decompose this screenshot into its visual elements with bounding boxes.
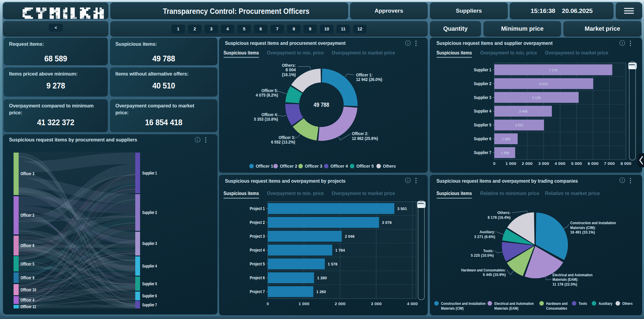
svg-text:8 178 (16.4%): 8 178 (16.4%) <box>488 215 511 220</box>
svg-text:Consumables: Consumables <box>546 306 567 311</box>
svg-text:7 170: 7 170 <box>549 68 558 72</box>
svg-text:1 000: 1 000 <box>505 161 516 166</box>
svg-text:Materials (CIM):: Materials (CIM): <box>570 225 596 230</box>
svg-text:8 004: 8 004 <box>286 67 296 72</box>
svg-text:2 046: 2 046 <box>345 234 355 239</box>
svg-text:Supplier 2: Supplier 2 <box>142 210 157 215</box>
svg-text:Officer 8: Officer 8 <box>20 243 34 248</box>
svg-text:Officer 1: Officer 1 <box>256 164 273 169</box>
svg-text:Officer 2:: Officer 2: <box>352 131 368 136</box>
svg-text:2 000: 2 000 <box>335 302 345 306</box>
svg-text:Project 1: Project 1 <box>250 206 265 211</box>
svg-text:Supplier 5: Supplier 5 <box>474 122 491 127</box>
svg-text:Supplier 4: Supplier 4 <box>474 108 492 113</box>
svg-text:Electrical and Automation: Electrical and Automation <box>552 273 592 277</box>
svg-text:3 021: 3 021 <box>515 123 524 127</box>
svg-text:Officer 2: Officer 2 <box>20 213 34 218</box>
svg-text:6 012: 6 012 <box>539 82 548 86</box>
svg-text:Officer 5: Officer 5 <box>20 262 34 266</box>
svg-text:1 784: 1 784 <box>335 248 345 252</box>
svg-text:1 280: 1 280 <box>317 276 327 280</box>
svg-text:5 126: 5 126 <box>532 96 541 100</box>
svg-text:Materials (CIM): Materials (CIM) <box>441 306 464 311</box>
svg-text:Hardware and: Hardware and <box>546 301 567 306</box>
svg-text:Officer 11: Officer 11 <box>20 304 36 309</box>
svg-text:5 000: 5 000 <box>571 161 582 166</box>
svg-text:3 000: 3 000 <box>538 161 549 166</box>
svg-text:5 225 (10.5%): 5 225 (10.5%) <box>471 253 494 258</box>
svg-text:Others:: Others: <box>497 210 511 215</box>
svg-text:5 353 (10.8%): 5 353 (10.8%) <box>254 117 278 122</box>
svg-text:Tools: Tools <box>579 301 587 306</box>
svg-text:Supplier 6: Supplier 6 <box>474 136 491 141</box>
svg-text:Officer 5: Officer 5 <box>356 164 374 169</box>
svg-text:7 000: 7 000 <box>604 161 615 166</box>
svg-text:Supplier 6: Supplier 6 <box>142 293 157 298</box>
svg-text:1 260: 1 260 <box>316 290 326 294</box>
svg-text:Materials (EAM):: Materials (EAM): <box>552 277 578 282</box>
svg-text:Officer 10: Officer 10 <box>20 287 36 292</box>
svg-text:3 000: 3 000 <box>371 302 382 306</box>
svg-text:Supplier 2: Supplier 2 <box>474 81 491 86</box>
svg-text:Officer 4:: Officer 4: <box>261 112 278 117</box>
svg-text:3 501: 3 501 <box>397 206 407 211</box>
svg-text:Others: Others <box>622 301 633 306</box>
svg-text:Others: Others <box>383 164 396 169</box>
svg-text:11 178 (22.5%): 11 178 (22.5%) <box>552 282 577 286</box>
svg-text:Officer 4: Officer 4 <box>330 164 348 169</box>
svg-text:(16.1%): (16.1%) <box>282 72 296 77</box>
svg-text:Supplier 3: Supplier 3 <box>474 95 491 100</box>
svg-text:3 271 (6.6%): 3 271 (6.6%) <box>474 234 495 239</box>
svg-text:Auxiliary:: Auxiliary: <box>480 230 495 234</box>
svg-text:Supplier 1: Supplier 1 <box>142 171 157 175</box>
svg-text:49 788: 49 788 <box>314 101 329 108</box>
svg-text:Materials (EAM): Materials (EAM) <box>494 306 518 311</box>
svg-text:Officer 2: Officer 2 <box>280 164 297 169</box>
svg-text:Construction and Installation: Construction and Installation <box>441 301 486 306</box>
svg-text:Officer 9: Officer 9 <box>20 275 34 280</box>
svg-text:Supplier 7: Supplier 7 <box>474 150 491 155</box>
svg-text:12 942 (26.0%): 12 942 (26.0%) <box>356 77 382 82</box>
svg-text:1 268: 1 268 <box>501 151 509 155</box>
svg-text:Project 5: Project 5 <box>250 261 265 266</box>
svg-text:4 000: 4 000 <box>407 302 418 306</box>
svg-text:4 000: 4 000 <box>555 161 565 166</box>
svg-text:8 000: 8 000 <box>621 161 631 166</box>
svg-text:Officer 5:: Officer 5: <box>261 88 278 93</box>
svg-text:Supplier 7: Supplier 7 <box>142 302 157 307</box>
svg-text:0: 0 <box>267 302 269 306</box>
svg-text:Project 4: Project 4 <box>250 247 265 252</box>
svg-text:Supplier 3: Supplier 3 <box>142 241 157 246</box>
svg-text:Officer 3: Officer 3 <box>305 164 322 169</box>
svg-text:5 445 (10.9%): 5 445 (10.9%) <box>483 272 506 277</box>
svg-text:2 000: 2 000 <box>522 161 533 166</box>
svg-text:Auxiliary: Auxiliary <box>599 301 613 306</box>
svg-text:Officer 4: Officer 4 <box>20 298 34 302</box>
svg-text:Project 6: Project 6 <box>250 275 265 280</box>
svg-text:12 862 (25.8%): 12 862 (25.8%) <box>352 136 378 141</box>
svg-text:Supplier 5: Supplier 5 <box>142 281 157 286</box>
svg-text:Officer 3:: Officer 3: <box>279 135 295 140</box>
svg-text:Construction and Installation: Construction and Installation <box>570 221 616 225</box>
svg-text:Tools:: Tools: <box>483 249 494 253</box>
svg-text:3 498: 3 498 <box>519 110 527 113</box>
svg-text:4 075 (8.2%): 4 075 (8.2%) <box>256 93 278 98</box>
svg-text:Supplier 4: Supplier 4 <box>142 264 157 268</box>
svg-text:Supplier 1: Supplier 1 <box>474 67 491 72</box>
svg-text:1 578: 1 578 <box>328 262 337 266</box>
svg-text:1 420: 1 420 <box>502 137 510 141</box>
svg-text:0: 0 <box>493 161 496 166</box>
svg-text:1 000: 1 000 <box>299 302 309 306</box>
svg-text:16 491 (33.1%): 16 491 (33.1%) <box>570 230 595 234</box>
svg-text:Hardware and Consumables:: Hardware and Consumables: <box>461 268 506 272</box>
svg-text:Others:: Others: <box>282 63 296 68</box>
svg-text:Project 7: Project 7 <box>250 289 265 294</box>
svg-text:3 078: 3 078 <box>382 220 392 225</box>
svg-text:Officer 3: Officer 3 <box>20 171 34 176</box>
svg-text:6 552 (13.2%): 6 552 (13.2%) <box>271 140 295 144</box>
svg-text:6 000: 6 000 <box>588 161 599 166</box>
svg-text:Officer 1:: Officer 1: <box>356 73 373 77</box>
svg-text:Electrical and Automation: Electrical and Automation <box>494 301 534 306</box>
svg-text:Project 3: Project 3 <box>250 234 265 239</box>
svg-text:Project 2: Project 2 <box>250 220 265 225</box>
